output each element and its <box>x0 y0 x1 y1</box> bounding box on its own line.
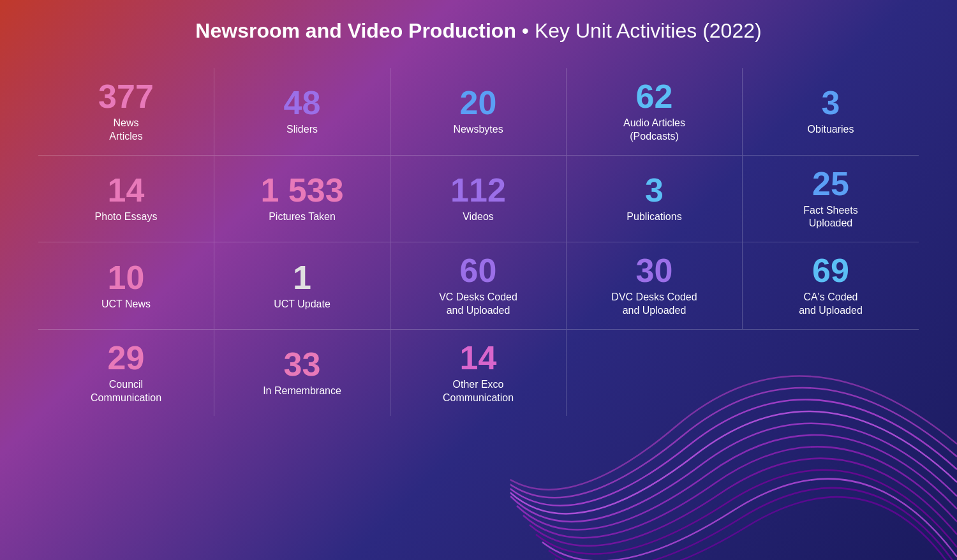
stat-number-r3c1: 10 <box>108 261 145 294</box>
stat-cell-r3c2: 1UCT Update <box>214 242 390 330</box>
stat-label-r2c2: Pictures Taken <box>269 210 336 224</box>
stat-label-r3c4: DVC Desks Codedand Uploaded <box>611 291 697 318</box>
stat-cell-r1c4: 62Audio Articles(Podcasts) <box>567 68 743 156</box>
stat-cell-r2c2: 1 533Pictures Taken <box>214 156 390 243</box>
stat-number-r2c3: 112 <box>450 173 506 207</box>
stat-label-r2c1: Photo Essays <box>95 210 158 224</box>
stat-label-r3c1: UCT News <box>101 298 151 311</box>
stat-label-r1c4: Audio Articles(Podcasts) <box>623 117 685 144</box>
stat-label-r2c4: Publications <box>627 210 681 224</box>
stat-number-r1c2: 48 <box>284 86 321 119</box>
stat-cell-r2c5: 25Fact SheetsUploaded <box>743 156 919 243</box>
stat-label-r3c5: CA's Codedand Uploaded <box>799 291 863 318</box>
stat-label-r1c3: Newsbytes <box>453 123 503 136</box>
stat-number-r1c4: 62 <box>636 80 673 113</box>
stat-cell-r3c4: 30DVC Desks Codedand Uploaded <box>567 242 743 330</box>
title-area: Newsroom and Video Production • Key Unit… <box>38 19 919 43</box>
stat-number-r3c4: 30 <box>636 254 673 287</box>
stat-label-r1c5: Obituaries <box>808 123 854 136</box>
stat-cell-r4c2: 33In Remembrance <box>214 330 390 416</box>
stat-number-r4c3: 14 <box>460 341 497 374</box>
stat-label-r1c1: NewsArticles <box>109 117 142 144</box>
row4-spacer <box>38 416 390 499</box>
row4-grid: 29CouncilCommunication33In Remembrance14… <box>38 330 919 499</box>
stat-number-r2c4: 3 <box>645 173 664 207</box>
stat-cell-r3c1: 10UCT News <box>38 242 214 330</box>
stat-number-r4c1: 29 <box>108 341 145 374</box>
stat-cell-r1c2: 48Sliders <box>214 68 390 156</box>
stat-cell-r4c1: 29CouncilCommunication <box>38 330 214 416</box>
stat-cell-r1c5: 3Obituaries <box>743 68 919 156</box>
stat-cell-r1c1: 377NewsArticles <box>38 68 214 156</box>
stat-cell-r3c3: 60VC Desks Codedand Uploaded <box>390 242 567 330</box>
page-title: Newsroom and Video Production • Key Unit… <box>38 19 919 43</box>
stat-number-r2c1: 14 <box>108 173 145 207</box>
stats-grid: 377NewsArticles48Sliders20Newsbytes62Aud… <box>38 68 919 330</box>
stat-label-r1c2: Sliders <box>286 123 318 136</box>
stat-number-r2c5: 25 <box>812 167 849 200</box>
stat-label-r4c1: CouncilCommunication <box>91 378 161 405</box>
stat-label-r3c3: VC Desks Codedand Uploaded <box>439 291 517 318</box>
stat-number-r3c3: 60 <box>460 254 497 287</box>
stat-cell-r1c3: 20Newsbytes <box>390 68 567 156</box>
stat-cell-r4c3: 14Other ExcoCommunication <box>390 330 567 416</box>
stat-number-r4c2: 33 <box>284 348 321 381</box>
stat-label-r4c2: In Remembrance <box>263 385 341 398</box>
stat-number-r1c5: 3 <box>822 86 840 119</box>
stat-number-r1c3: 20 <box>460 86 497 119</box>
stat-number-r2c2: 1 533 <box>260 173 343 207</box>
stat-label-r2c5: Fact SheetsUploaded <box>803 204 857 231</box>
stat-number-r3c5: 69 <box>812 254 849 287</box>
stat-number-r3c2: 1 <box>293 261 311 294</box>
stat-cell-r2c3: 112Videos <box>390 156 567 243</box>
stat-label-r3c2: UCT Update <box>274 298 330 311</box>
stat-cell-r3c5: 69CA's Codedand Uploaded <box>743 242 919 330</box>
main-content: Newsroom and Video Production • Key Unit… <box>0 0 957 512</box>
stat-label-r4c3: Other ExcoCommunication <box>443 378 514 405</box>
stat-cell-r2c4: 3Publications <box>567 156 743 243</box>
stat-number-r1c1: 377 <box>98 80 154 113</box>
stat-cell-r2c1: 14Photo Essays <box>38 156 214 243</box>
stat-label-r2c3: Videos <box>463 210 494 224</box>
